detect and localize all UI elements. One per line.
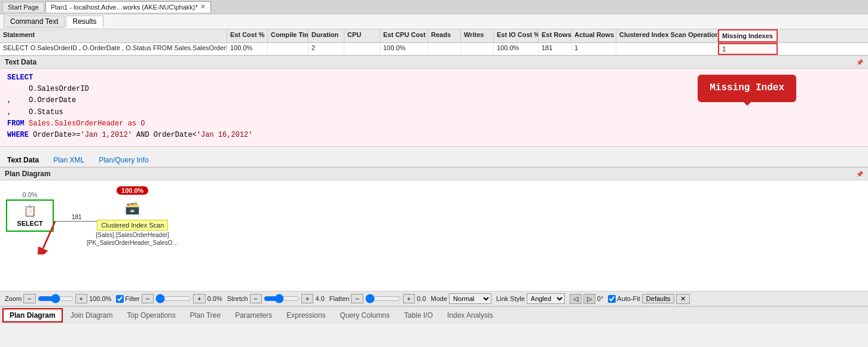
defaults-button[interactable]: Defaults [642, 294, 674, 303]
sql-line-4: , O.Status [7, 107, 861, 118]
plan-diagram-title: Plan Diagram [5, 170, 51, 178]
clustered-scan-label: Clustered Index Scan [97, 220, 168, 231]
missing-index-callout: Missing Index [698, 75, 796, 102]
cell-est-cpu: 100.0% [380, 43, 428, 55]
cell-est-io: 100.0% [494, 43, 539, 55]
mode-select[interactable]: Normal Compact [449, 293, 491, 304]
bottom-toolbar: Zoom − + 100.0% Filter − + 0.0% Stretch … [0, 291, 868, 306]
text-data-header: Text Data 📌 [0, 56, 868, 69]
cell-missing-indexes: 1 [718, 43, 778, 55]
cell-est-rows: 181 [539, 43, 571, 55]
filter-checkbox[interactable] [116, 295, 124, 303]
link-style-group: Link Style Angled Straight Curved [496, 293, 565, 304]
cell-clustered [616, 43, 718, 55]
tab-table-io[interactable]: Table I/O [398, 309, 439, 322]
flatten-group: Flatten − + 0.0 [329, 294, 426, 303]
header-actual-rows: Actual Rows [571, 29, 616, 42]
zoom-out-button[interactable]: − [23, 294, 35, 303]
select-icon: 📋 [23, 204, 36, 217]
grid-header: Statement Est Cost % Compile Time Durati… [0, 29, 868, 43]
header-writes: Writes [461, 29, 494, 42]
pin-icon: 📌 [856, 59, 863, 66]
sub-tab-text-data[interactable]: Text Data [2, 155, 44, 165]
header-missing-indexes: Missing Indexes [718, 29, 778, 42]
filter-slider[interactable] [155, 294, 191, 303]
rotate-left-button[interactable]: ◁ [570, 294, 582, 304]
active-tab[interactable]: Plan1 - localhost.Adve…works (AKE-NUC\ph… [45, 1, 211, 13]
cell-duration: 2 [308, 43, 344, 55]
stretch-minus-button[interactable]: − [250, 294, 262, 303]
tab-top-operations[interactable]: Top Operations [120, 309, 182, 322]
tab-query-columns[interactable]: Query Columns [334, 309, 396, 322]
filter-plus-button[interactable]: + [193, 294, 205, 303]
sql-line-5: FROM Sales.SalesOrderHeader as O [7, 118, 861, 130]
stretch-label: Stretch [227, 295, 248, 302]
sql-line-6: WHERE OrderDate>='Jan 1,2012' AND OrderD… [7, 130, 861, 141]
link-style-label: Link Style [496, 295, 525, 302]
cell-reads [428, 43, 461, 55]
zoom-in-button[interactable]: + [75, 294, 87, 303]
stretch-group: Stretch − + 4.0 [227, 294, 325, 303]
stretch-slider[interactable] [264, 294, 299, 303]
link-style-select[interactable]: Angled Straight Curved [527, 293, 565, 304]
clustered-cost-badge: 100.0% [117, 186, 148, 195]
sub-tab-plan-query-info[interactable]: Plan/Query Info [94, 155, 153, 165]
text-data-area[interactable]: SELECT O.SalesOrderID , O.OrderDate , O.… [0, 69, 868, 146]
plan-pin-icon: 📌 [856, 171, 863, 177]
angle-group: ◁ ▷ 0° [570, 294, 604, 304]
flatten-value: 0.0 [417, 295, 426, 302]
autofit-label: Auto-Fit [608, 295, 640, 303]
tab-plan-diagram[interactable]: Plan Diagram [2, 308, 63, 323]
results-button[interactable]: Results [66, 16, 103, 27]
cell-writes [461, 43, 494, 55]
stretch-value: 4.0 [315, 295, 324, 302]
mode-group: Mode Normal Compact [431, 293, 492, 304]
header-clustered: Clustered Index Scan Operations [616, 29, 718, 42]
flatten-plus-button[interactable]: + [403, 294, 415, 303]
filter-value: 0.0% [207, 295, 222, 302]
tab-index-analysis[interactable]: Index Analysis [441, 309, 500, 322]
filter-group: Filter − + 0.0% [116, 294, 222, 303]
flatten-minus-button[interactable]: − [351, 294, 363, 303]
select-cost-label: 0.0% [22, 191, 37, 198]
text-data-scrollbar[interactable] [0, 146, 868, 153]
autofit-checkbox[interactable] [608, 295, 616, 303]
cell-compile-time [268, 43, 308, 55]
tab-plan-tree[interactable]: Plan Tree [184, 309, 227, 322]
big-red-arrow [37, 219, 67, 256]
active-tab-label: Plan1 - localhost.Adve…works (AKE-NUC\ph… [51, 4, 198, 11]
tab-expressions[interactable]: Expressions [280, 309, 332, 322]
sub-tabs-bar: Text Data Plan XML Plan/Query Info [0, 153, 868, 167]
rotate-right-button[interactable]: ▷ [583, 294, 595, 304]
filter-minus-button[interactable]: − [142, 294, 154, 303]
cell-cpu [344, 43, 380, 55]
start-page-tab[interactable]: Start Page [2, 2, 44, 12]
plan-diagram-header: Plan Diagram 📌 [0, 167, 868, 180]
results-grid: Statement Est Cost % Compile Time Durati… [0, 29, 868, 56]
cell-actual-rows: 1 [571, 43, 616, 55]
tab-parameters[interactable]: Parameters [228, 309, 279, 322]
sub-tab-plan-xml[interactable]: Plan XML [48, 155, 89, 165]
filter-checkbox-label: Filter [116, 295, 139, 303]
zoom-value: 100.0% [89, 295, 111, 302]
angle-value: 0° [597, 295, 604, 302]
tab-join-diagram[interactable]: Join Diagram [64, 309, 120, 322]
close-toolbar-button[interactable]: ✕ [676, 294, 690, 304]
clustered-node-box: 🗃️ [109, 197, 157, 219]
clustered-index-label: [PK_SalesOrderHeader_SalesO… [87, 239, 178, 246]
zoom-slider[interactable] [38, 294, 74, 303]
clustered-icon: 🗃️ [125, 201, 140, 215]
cell-statement: SELECT O.SalesOrderID , O.OrderDate , O.… [0, 43, 227, 55]
grid-data-row[interactable]: SELECT O.SalesOrderID , O.OrderDate , O.… [0, 43, 868, 55]
flatten-slider[interactable] [365, 294, 401, 303]
stretch-plus-button[interactable]: + [301, 294, 313, 303]
plan-diagram-area[interactable]: 0.0% 📋 SELECT 181 ◀ 100.0% 🗃️ Clustered … [0, 180, 868, 291]
clustered-table-label: [Sales].[SalesOrderHeader] [96, 232, 169, 238]
autofit-text: Auto-Fit [617, 295, 640, 302]
mode-label: Mode [431, 295, 448, 302]
header-duration: Duration [308, 29, 344, 42]
cell-est-cost: 100.0% [227, 43, 268, 55]
close-tab-icon[interactable]: ✕ [200, 3, 206, 11]
top-tabs-bar: Start Page Plan1 - localhost.Adve…works … [0, 0, 868, 14]
command-text-button[interactable]: Command Text [4, 16, 65, 27]
